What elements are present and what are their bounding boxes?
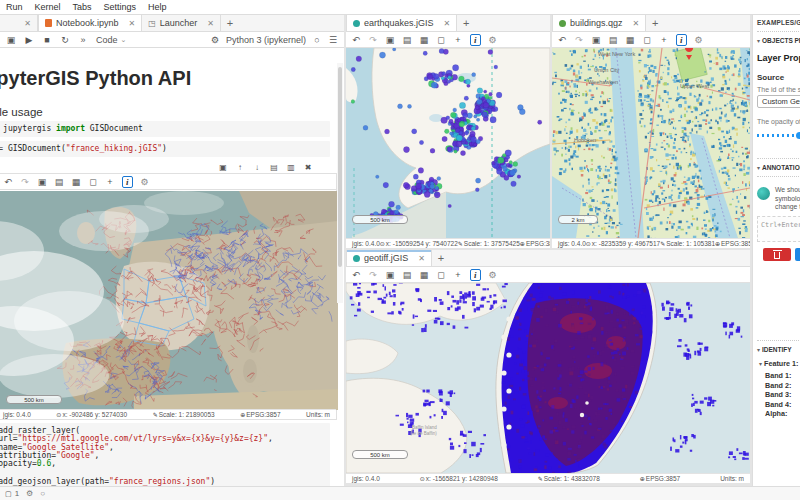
menu-kernel[interactable]: Kernel — [29, 2, 67, 12]
menu-run[interactable]: Run — [0, 2, 29, 12]
close-icon[interactable]: ✕ — [129, 19, 136, 28]
redo-icon[interactable]: ↷ — [574, 34, 584, 46]
kernel-gear-icon[interactable]: ⚙ — [26, 489, 33, 498]
new-tab-button[interactable]: + — [646, 15, 664, 31]
annotation-reply-input[interactable]: Ctrl+Enter to submit — [757, 216, 800, 242]
select-region-icon[interactable]: ◻ — [436, 269, 446, 281]
undo-icon[interactable]: ↶ — [3, 176, 13, 188]
new-tab-button[interactable]: + — [457, 15, 475, 31]
identify-feature-label[interactable]: ▾Feature 1: — [759, 359, 798, 368]
run-icon[interactable]: ▶ — [24, 34, 34, 46]
grid-icon[interactable]: ▦ — [625, 34, 635, 46]
select-region-icon[interactable]: ◻ — [642, 34, 652, 46]
kernel-name[interactable]: Python 3 (ipykernel) — [226, 35, 306, 45]
tab-buildings[interactable]: buildings.qgz ✕ — [552, 15, 646, 31]
new-tab-button[interactable]: + — [221, 15, 239, 31]
tab-notebook[interactable]: Notebook.ipynb ✕ — [38, 15, 142, 31]
redo-icon[interactable]: ↷ — [20, 176, 30, 188]
caret-down-icon: ▾ — [757, 38, 760, 44]
terminal-icon[interactable]: ▢ — [5, 490, 12, 498]
geotiff-map-canvas[interactable]: Baffin Island(Île de Baffin) 500 km — [346, 283, 750, 473]
menu-help[interactable]: Help — [142, 2, 173, 12]
delete-cell-icon[interactable]: ✖ — [303, 161, 313, 173]
slider-handle[interactable] — [796, 132, 800, 139]
svg-text:Upper West: Upper West — [680, 83, 709, 89]
insert-cell-above-icon[interactable]: ▤ — [269, 161, 279, 173]
grid-icon[interactable]: ▦ — [419, 269, 429, 281]
identify-icon[interactable]: i — [470, 34, 481, 46]
identify-icon[interactable]: i — [676, 34, 687, 46]
settings-icon[interactable]: ⚙ — [488, 34, 498, 46]
identify-icon[interactable]: i — [470, 269, 481, 281]
menu-settings[interactable]: Settings — [98, 2, 143, 12]
stop-icon[interactable]: ■ — [42, 34, 52, 46]
europe-map-canvas[interactable]: 500 km — [0, 191, 338, 410]
submit-annotation-button[interactable] — [795, 248, 800, 261]
save-icon[interactable]: ▣ — [6, 34, 16, 46]
bookmarks-icon[interactable]: ▤ — [54, 176, 64, 188]
add-layer-icon[interactable]: + — [453, 34, 463, 46]
code-cell-gisdocument[interactable]: doc = GISDocument("france_hiking.jGIS") — [0, 141, 330, 157]
settings-icon[interactable]: ⚙ — [140, 176, 150, 188]
notebook-menu-icon[interactable]: ☰ — [328, 34, 338, 46]
tab-launcher[interactable]: ◳ Launcher ✕ — [142, 15, 221, 31]
close-icon[interactable]: ✕ — [418, 254, 425, 263]
tab-clipped[interactable]: ✕ — [0, 15, 38, 31]
cell-type-dropdown[interactable]: Code ⌄ — [96, 35, 126, 45]
bookmarks-icon[interactable]: ▤ — [608, 34, 618, 46]
tab-geotiff[interactable]: geotiff.jGIS ✕ — [346, 250, 432, 266]
close-icon[interactable]: ✕ — [24, 19, 31, 28]
source-select[interactable]: Custom GeoTiff — [757, 95, 800, 108]
grid-icon[interactable]: ▦ — [419, 34, 429, 46]
select-region-icon[interactable]: ◻ — [88, 176, 98, 188]
code-cell-add-geojson[interactable]: doc.add_geojson_layer(path="france_regio… — [0, 474, 330, 486]
delete-annotation-button[interactable] — [763, 248, 791, 261]
code-cell-import[interactable]: from jupytergis import GISDocument — [0, 121, 330, 137]
duplicate-cell-icon[interactable]: ▣ — [218, 161, 228, 173]
close-icon[interactable]: ✕ — [633, 19, 640, 28]
opacity-slider[interactable] — [757, 134, 800, 137]
layers-icon[interactable]: ▣ — [37, 176, 47, 188]
chevron-down-icon: ⌄ — [121, 36, 127, 44]
code-cell-add-raster[interactable]: doc.add_raster_layer( url="https://mt1.g… — [0, 423, 330, 481]
add-layer-icon[interactable]: + — [453, 269, 463, 281]
redo-icon[interactable]: ↷ — [368, 34, 378, 46]
notebook-scrollbar[interactable] — [337, 63, 343, 303]
undo-icon[interactable]: ↶ — [351, 34, 361, 46]
settings-icon[interactable]: ⚙ — [488, 269, 498, 281]
tab-geotiff-label: geotiff.jGIS — [364, 253, 408, 263]
undo-icon[interactable]: ↶ — [557, 34, 567, 46]
kernel-settings-icon[interactable]: ⚙ — [210, 34, 220, 46]
identify-icon[interactable]: i — [122, 176, 133, 188]
buildings-map-canvas[interactable]: West New YorkUnion CityWeehawkenHobokenU… — [552, 48, 750, 238]
new-tab-button[interactable]: + — [432, 250, 450, 266]
add-layer-icon[interactable]: + — [105, 176, 115, 188]
insert-cell-below-icon[interactable]: ▥ — [286, 161, 296, 173]
close-icon[interactable]: ✕ — [444, 19, 451, 28]
add-layer-icon[interactable]: + — [659, 34, 669, 46]
launcher-icon: ◳ — [148, 19, 156, 28]
right-sidebar: EXAMPLES/GEOTIFF ▾OBJECTS PROPERTIES Lay… — [752, 15, 800, 486]
select-region-icon[interactable]: ◻ — [436, 34, 446, 46]
layers-icon[interactable]: ▣ — [385, 269, 395, 281]
move-cell-up-icon[interactable]: ↑ — [235, 161, 245, 173]
close-icon[interactable]: ✕ — [207, 19, 214, 28]
earthquakes-map-canvas[interactable]: 500 km — [346, 48, 550, 238]
section-annotations[interactable]: ▾ANNOTATIONS — [757, 164, 800, 171]
menu-tabs[interactable]: Tabs — [67, 2, 98, 12]
kernel-status-icon[interactable]: ○ — [312, 34, 322, 46]
bookmarks-icon[interactable]: ▤ — [402, 269, 412, 281]
section-identify[interactable]: ▾IDENTIFY — [757, 346, 792, 353]
run-all-icon[interactable]: » — [78, 34, 88, 46]
settings-icon[interactable]: ⚙ — [694, 34, 704, 46]
section-objects-properties[interactable]: ▾OBJECTS PROPERTIES — [757, 37, 800, 44]
grid-icon[interactable]: ▦ — [71, 176, 81, 188]
redo-icon[interactable]: ↷ — [368, 269, 378, 281]
move-cell-down-icon[interactable]: ↓ — [252, 161, 262, 173]
layers-icon[interactable]: ▣ — [591, 34, 601, 46]
tab-earthquakes[interactable]: earthquakes.jGIS ✕ — [346, 15, 457, 31]
restart-kernel-icon[interactable]: ↻ — [60, 34, 70, 46]
layers-icon[interactable]: ▣ — [385, 34, 395, 46]
undo-icon[interactable]: ↶ — [351, 269, 361, 281]
bookmarks-icon[interactable]: ▤ — [402, 34, 412, 46]
